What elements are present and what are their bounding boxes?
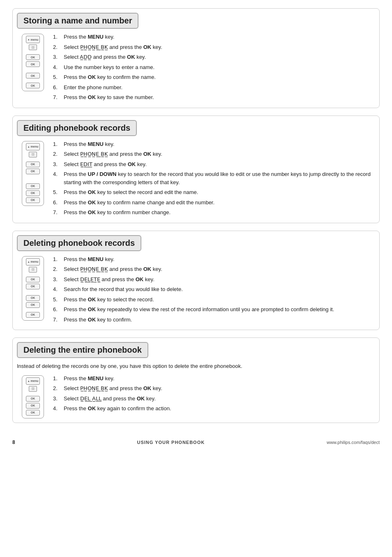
step-deleting-4: 4. Search for the record that you would … <box>53 285 372 294</box>
steps-storing: 1. Press the MENU key. 2. Select P̲H̲O̲N… <box>53 33 372 104</box>
section-deleting-all-title: Deleting the entire phonebook <box>23 345 142 355</box>
section-deleting: Deleting phonebook records ▲ menu ⊡ OK O… <box>12 231 380 331</box>
step-deleting-5: 5. Press the OK key to select the record… <box>53 296 372 304</box>
footer-section-label: USING YOUR PHONEBOOK <box>137 440 205 445</box>
phone-diagram-editing: ▲ menu ⊡ OK OK OK OK OK <box>18 140 47 219</box>
step-storing-1: 1. Press the MENU key. <box>53 33 372 41</box>
phone-ok-deleting-5: OK <box>26 312 40 318</box>
phone-menu-btn-editing: ▲ menu <box>26 143 40 150</box>
section-deleting-all-header: Deleting the entire phonebook <box>17 342 148 358</box>
phone-ok-editing-4: OK <box>26 190 40 196</box>
step-deleting-2: 2. Select P̲H̲O̲N̲E̲ ̲B̲K̲ and press the… <box>53 265 372 273</box>
section-deleting-title: Deleting phonebook records <box>23 238 135 248</box>
step-editing-4: 4. Press the UP / DOWN key to search for… <box>53 170 372 186</box>
step-storing-4: 4. Use the number keys to enter a name. <box>53 63 372 72</box>
step-editing-5: 5. Press the OK key to select the record… <box>53 188 372 196</box>
step-storing-2: 2. Select P̲H̲O̲N̲E̲ ̲B̲K̲ and press the… <box>53 43 372 51</box>
step-deleting-all-4: 4. Press the OK key again to confirm the… <box>53 404 372 413</box>
phone-diagram-deleting: ▲ menu ⊡ OK OK OK OK OK <box>18 255 47 326</box>
phone-ok-editing-1: OK <box>26 162 40 167</box>
section-editing: Editing phonebook records ▲ menu ⊡ OK OK… <box>12 116 380 223</box>
phone-diagram-deleting-all: ▲ menu ⊡ OK OK OK <box>18 374 47 418</box>
phone-menu-btn-deleting: ▲ menu <box>26 258 40 266</box>
phone-ok-storing-4: OK <box>26 83 40 88</box>
phone-nav-deleting: ⊡ <box>29 267 37 273</box>
phone-nav-storing: ⊡ <box>29 44 37 50</box>
step-deleting-1: 1. Press the MENU key. <box>53 255 372 263</box>
phone-ok-storing-1: OK <box>26 54 40 60</box>
step-deleting-3: 3. Select D̲E̲L̲E̲T̲E̲ and press the OK … <box>53 275 372 284</box>
phone-ok-editing-3: OK <box>26 183 40 189</box>
section-deleting-all: Deleting the entire phonebook Instead of… <box>12 337 380 423</box>
phone-ok-deleting-all-1: OK <box>26 396 40 402</box>
step-editing-7: 7. Press the OK key to confirm number ch… <box>53 208 372 217</box>
phone-menu-btn: ▲ menu <box>26 36 40 43</box>
step-storing-5: 5. Press the OK key to confirm the name. <box>53 73 372 81</box>
phone-diagram-storing: ▲ menu ⊡ OK OK OK OK <box>18 33 47 104</box>
phone-body-deleting-all: ▲ menu ⊡ OK OK OK <box>22 375 44 418</box>
steps-deleting-all: 1. Press the MENU key. 2. Select P̲H̲O̲N… <box>53 374 372 418</box>
step-editing-2: 2. Select P̲H̲O̲N̲E̲ ̲B̲K̲ and press the… <box>53 150 372 158</box>
phone-ok-editing-5: OK <box>26 197 40 203</box>
steps-editing: 1. Press the MENU key. 2. Select P̲H̲O̲N… <box>53 140 372 219</box>
phone-ok-deleting-1: OK <box>26 277 40 282</box>
footer-website: www.philips.com/faqs/dect <box>327 440 380 445</box>
section-storing-header: Storing a name and number <box>17 13 138 29</box>
step-editing-1: 1. Press the MENU key. <box>53 140 372 148</box>
section-deleting-header: Deleting phonebook records <box>17 235 141 251</box>
phone-menu-btn-deleting-all: ▲ menu <box>26 377 40 385</box>
step-editing-3: 3. Select E̲D̲I̲T̲ and press the OK key. <box>53 160 372 169</box>
phone-nav-editing: ⊡ <box>29 152 37 157</box>
phone-ok-deleting-3: OK <box>26 295 40 301</box>
phone-ok-storing-2: OK <box>26 61 40 67</box>
phone-ok-deleting-4: OK <box>26 302 40 308</box>
footer: 8 USING YOUR PHONEBOOK www.philips.com/f… <box>12 435 380 445</box>
phone-ok-deleting-all-2: OK <box>26 403 40 409</box>
phone-ok-editing-2: OK <box>26 169 40 174</box>
step-deleting-all-3: 3. Select D̲E̲L̲ ̲A̲L̲L̲ and press the O… <box>53 395 372 403</box>
step-deleting-all-1: 1. Press the MENU key. <box>53 374 372 383</box>
step-editing-6: 6. Press the OK key to confirm name chan… <box>53 199 372 207</box>
phone-body-editing: ▲ menu ⊡ OK OK OK OK OK <box>22 141 44 206</box>
footer-page-number: 8 <box>12 439 15 445</box>
phone-body-deleting: ▲ menu ⊡ OK OK OK OK OK <box>22 256 44 321</box>
phone-ok-deleting-all-3: OK <box>26 410 40 416</box>
section-editing-title: Editing phonebook records <box>23 123 130 133</box>
phone-nav-deleting-all: ⊡ <box>29 386 37 392</box>
step-deleting-all-2: 2. Select P̲H̲O̲N̲E̲ ̲B̲K̲ and press the… <box>53 384 372 393</box>
step-storing-7: 7. Press the OK key to save the number. <box>53 93 372 102</box>
section-editing-header: Editing phonebook records <box>17 120 137 136</box>
step-deleting-7: 7. Press the OK key to confirm. <box>53 316 372 324</box>
steps-deleting: 1. Press the MENU key. 2. Select P̲H̲O̲N… <box>53 255 372 326</box>
section-storing-title: Storing a name and number <box>23 16 132 25</box>
section-storing: Storing a name and number ▲ menu ⊡ OK OK… <box>12 8 380 108</box>
step-deleting-6: 6. Press the OK key repeatedly to view t… <box>53 305 372 314</box>
phone-ok-storing-3: OK <box>26 73 40 79</box>
phone-body-storing: ▲ menu ⊡ OK OK OK OK <box>22 34 44 91</box>
step-storing-6: 6. Enter the phone number. <box>53 83 372 92</box>
section-deleting-all-description: Instead of deleting the records one by o… <box>17 362 374 370</box>
phone-ok-deleting-2: OK <box>26 284 40 289</box>
step-storing-3: 3. Select A̲D̲D̲ and press the OK key. <box>53 53 372 61</box>
